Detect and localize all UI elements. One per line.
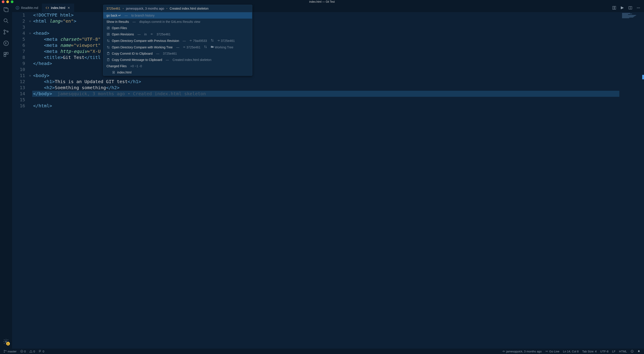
info-icon xyxy=(16,6,19,10)
extensions-icon[interactable] xyxy=(3,51,10,58)
svg-point-28 xyxy=(4,350,5,351)
fold-gutter: ⊟ ⊟ ⊟ xyxy=(28,12,32,348)
fold-icon[interactable]: ⊟ xyxy=(28,30,32,36)
quickpick-panel: 3725e461 • jamesqquick, 3 months ago • C… xyxy=(103,5,252,76)
quickpick-item-label: Open Revisions xyxy=(112,32,134,36)
quickpick-item[interactable]: Show in Results—displays commit in the G… xyxy=(103,18,252,25)
quickpick-header: 3725e461 • jamesqquick, 3 months ago • C… xyxy=(103,5,252,12)
titlebar: index.html — Git Test xyxy=(0,0,644,4)
clip-icon xyxy=(106,52,110,55)
line-gutter: 1 2 3 4 5 6 7 8 9 10 11 12 13 14 15 16 xyxy=(12,12,28,348)
code-icon xyxy=(46,6,49,10)
svg-point-13 xyxy=(637,8,638,8)
file-icon xyxy=(112,70,116,74)
quickpick-item[interactable]: Open Revisions—in3725e461 xyxy=(103,31,252,38)
status-bar: master 0 0 0 jamesqquick, 3 months ago G… xyxy=(0,348,644,354)
quickpick-item[interactable]: index.html xyxy=(103,69,252,76)
status-golive[interactable]: Go Live xyxy=(544,350,561,353)
source-control-icon[interactable] xyxy=(3,29,10,36)
quickpick-item[interactable]: go back ↵—to branch history xyxy=(103,12,252,18)
status-tabsize[interactable]: Tab Size: 4 xyxy=(580,350,598,353)
svg-point-27 xyxy=(114,72,114,73)
open-changes-icon[interactable] xyxy=(620,6,624,10)
clip-icon xyxy=(106,58,110,62)
quickpick-item[interactable]: Changed Files+0 ~1 -0 xyxy=(103,63,252,69)
quickpick-item-label: Show in Results xyxy=(106,20,129,24)
svg-point-33 xyxy=(546,351,547,352)
scrollbar-marker xyxy=(642,75,644,79)
svg-point-34 xyxy=(631,350,634,352)
flag-icon xyxy=(38,350,42,353)
status-feedback-icon[interactable] xyxy=(629,350,636,353)
quickpick-item-label: Open Files xyxy=(112,26,127,30)
open-icon xyxy=(106,26,110,30)
svg-point-36 xyxy=(632,351,633,351)
close-icon[interactable]: ✕ xyxy=(67,6,70,10)
svg-rect-6 xyxy=(6,52,8,54)
quickpick-item[interactable]: Open Directory Compare with Working Tree… xyxy=(103,44,252,50)
compare-icon xyxy=(106,39,110,42)
branch-icon xyxy=(4,350,7,353)
minimap[interactable] xyxy=(619,12,644,348)
commit-icon xyxy=(502,350,505,353)
svg-rect-5 xyxy=(4,52,6,54)
svg-rect-11 xyxy=(614,6,616,10)
quickpick-item[interactable]: Open Files xyxy=(103,25,252,31)
tab-label: ReadMe.md xyxy=(21,6,38,10)
warning-icon xyxy=(29,350,32,353)
status-linter[interactable]: 0 xyxy=(37,348,46,354)
svg-rect-7 xyxy=(4,55,6,56)
quickpick-item-label: Open Directory Compare with Previous Rev… xyxy=(112,39,179,42)
svg-point-35 xyxy=(632,351,632,351)
fold-icon[interactable]: ⊟ xyxy=(28,18,32,24)
explorer-icon[interactable] xyxy=(3,6,10,13)
svg-point-29 xyxy=(4,352,5,353)
tab-label: index.html xyxy=(51,6,65,10)
error-icon xyxy=(20,350,23,353)
broadcast-icon xyxy=(545,350,548,353)
status-branch[interactable]: master xyxy=(2,348,18,354)
fold-icon[interactable]: ⊟ xyxy=(28,72,32,79)
window-title: index.html — Git Test xyxy=(309,0,335,3)
quickpick-item-label: Changed Files xyxy=(106,64,126,68)
window-maximize-button[interactable] xyxy=(11,0,14,3)
svg-point-19 xyxy=(190,40,191,41)
quickpick-item-label: go back ↵ xyxy=(106,14,121,17)
quickpick-item[interactable]: Copy Commit ID to Clipboard—3725e461 xyxy=(103,50,252,57)
svg-point-15 xyxy=(639,8,640,8)
quickpick-item-label: Copy Commit ID to Clipboard xyxy=(112,52,152,55)
search-icon[interactable] xyxy=(3,18,10,24)
svg-point-8 xyxy=(5,341,7,342)
svg-point-20 xyxy=(218,40,219,41)
debug-icon[interactable] xyxy=(3,40,10,46)
split-editor-icon[interactable] xyxy=(628,6,632,10)
quickpick-item[interactable]: Open Directory Compare with Previous Rev… xyxy=(103,38,252,44)
tab-readme[interactable]: ReadMe.md xyxy=(12,4,42,12)
window-close-button[interactable] xyxy=(2,0,4,3)
svg-point-4 xyxy=(4,41,8,46)
tab-index[interactable]: index.html ✕ xyxy=(42,4,74,12)
status-eol[interactable]: LF xyxy=(610,350,617,353)
quickpick-item[interactable]: Copy Commit Message to Clipboard—Created… xyxy=(103,57,252,63)
svg-point-32 xyxy=(503,351,504,352)
window-minimize-button[interactable] xyxy=(6,0,9,3)
svg-point-0 xyxy=(4,19,7,22)
status-position[interactable]: Ln 14, Col 8 xyxy=(561,350,580,353)
svg-point-21 xyxy=(184,46,185,47)
svg-point-14 xyxy=(638,8,639,8)
open-icon xyxy=(106,32,110,36)
status-errors[interactable]: 0 xyxy=(18,348,28,354)
quickpick-item-label: Open Directory Compare with Working Tree xyxy=(112,46,172,49)
svg-rect-10 xyxy=(613,6,614,10)
compare-changes-icon[interactable] xyxy=(612,6,616,10)
status-warnings[interactable]: 0 xyxy=(28,348,37,354)
status-blame[interactable]: jamesqquick, 3 months ago xyxy=(500,350,544,353)
compare-icon xyxy=(106,46,110,49)
status-language[interactable]: HTML xyxy=(617,350,629,353)
status-encoding[interactable]: UTF-8 xyxy=(598,350,610,353)
more-icon[interactable] xyxy=(636,6,640,10)
activity-bar: 1 xyxy=(0,4,12,348)
svg-point-1 xyxy=(4,30,5,31)
status-bell-icon[interactable] xyxy=(636,350,642,353)
gitlens-inline-blame: jamesqquick, 3 months ago • Created inde… xyxy=(57,91,206,96)
